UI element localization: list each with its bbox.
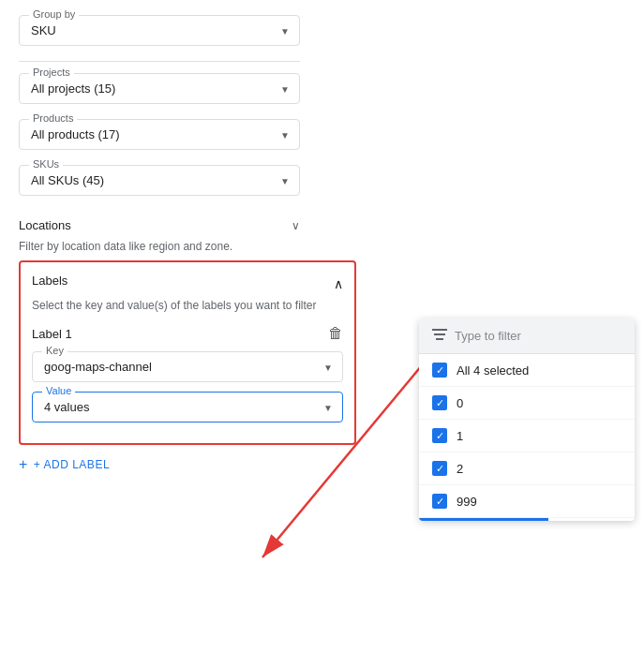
group-by-label: Group by: [29, 8, 79, 20]
add-label-plus-icon: +: [19, 456, 28, 473]
filter-checkbox-all: ✓: [432, 363, 447, 378]
label1-value-value: 4 values: [44, 400, 112, 414]
group-by-section: Group by SKU ▼: [19, 15, 328, 46]
projects-section: Projects All projects (15) ▼: [19, 73, 328, 104]
labels-description: Select the key and value(s) of the label…: [32, 299, 343, 312]
filter-option-all-label: All 4 selected: [457, 363, 529, 378]
products-chevron-icon: ▼: [280, 129, 290, 140]
filter-option-0[interactable]: ✓ 0: [419, 387, 635, 420]
filter-search-bar[interactable]: Type to filter: [419, 319, 635, 354]
filter-search-placeholder: Type to filter: [455, 329, 521, 343]
group-by-value: SKU: [31, 23, 79, 37]
label1-delete-icon[interactable]: 🗑: [328, 325, 343, 342]
label1-key-label: Key: [42, 345, 67, 356]
filter-icon: [432, 328, 447, 344]
filter-option-1-label: 1: [457, 429, 463, 443]
label1-value-label: Value: [42, 385, 75, 396]
label1-title: Label 1: [32, 327, 72, 341]
add-label-text: + ADD LABEL: [34, 458, 110, 471]
filter-option-999-label: 999: [457, 495, 477, 509]
projects-dropdown[interactable]: Projects All projects (15) ▼: [19, 73, 300, 104]
filter-popup: Type to filter ✓ All 4 selected ✓ 0 ✓ 1 …: [419, 319, 635, 521]
group-by-chevron-icon: ▼: [280, 25, 290, 36]
skus-value: All SKUs (45): [31, 173, 127, 187]
popup-bottom-bar: [419, 518, 548, 521]
locations-chevron-icon: ∨: [292, 219, 300, 232]
filter-option-0-label: 0: [457, 396, 463, 410]
skus-dropdown[interactable]: SKUs All SKUs (45) ▼: [19, 165, 300, 196]
skus-section: SKUs All SKUs (45) ▼: [19, 165, 328, 196]
products-dropdown[interactable]: Products All products (17) ▼: [19, 119, 300, 150]
locations-title: Locations: [19, 218, 71, 232]
filter-checkbox-1: ✓: [432, 428, 447, 443]
projects-label: Projects: [29, 67, 74, 78]
locations-header[interactable]: Locations ∨: [19, 211, 300, 240]
skus-chevron-icon: ▼: [280, 175, 290, 185]
products-value: All products (17): [31, 127, 142, 141]
labels-section-title: Labels: [32, 274, 67, 288]
products-section: Products All products (17) ▼: [19, 119, 328, 150]
divider-1: [19, 61, 300, 62]
label1-value-dropdown[interactable]: Value 4 values ▼: [32, 392, 343, 422]
label1-key-dropdown[interactable]: Key goog-maps-channel ▼: [32, 351, 343, 382]
skus-label: SKUs: [29, 158, 63, 170]
locations-section: Locations ∨ Filter by location data like…: [19, 211, 328, 253]
label1-value-chevron-icon: ▼: [323, 402, 333, 412]
label1-header: Label 1 🗑: [32, 325, 343, 342]
products-label: Products: [29, 112, 77, 124]
add-label-button[interactable]: + + ADD LABEL: [19, 456, 110, 473]
filter-checkbox-2: ✓: [432, 461, 447, 476]
label1-key-value: goog-maps-channel: [44, 360, 174, 374]
filter-option-1[interactable]: ✓ 1: [419, 420, 635, 452]
filter-checkbox-0: ✓: [432, 395, 447, 410]
filter-option-2-label: 2: [457, 462, 463, 476]
projects-chevron-icon: ▼: [280, 83, 290, 94]
labels-collapse-icon[interactable]: ∧: [334, 276, 343, 291]
filter-checkbox-999: ✓: [432, 494, 447, 509]
filter-option-2[interactable]: ✓ 2: [419, 452, 635, 485]
filter-option-999[interactable]: ✓ 999: [419, 485, 635, 518]
filter-option-all[interactable]: ✓ All 4 selected: [419, 354, 635, 387]
label1-key-chevron-icon: ▼: [323, 362, 333, 372]
labels-section: Labels ∧ Select the key and value(s) of …: [19, 260, 356, 445]
group-by-dropdown[interactable]: Group by SKU ▼: [19, 15, 300, 46]
projects-value: All projects (15): [31, 82, 138, 96]
locations-description: Filter by location data like region and …: [19, 240, 300, 253]
